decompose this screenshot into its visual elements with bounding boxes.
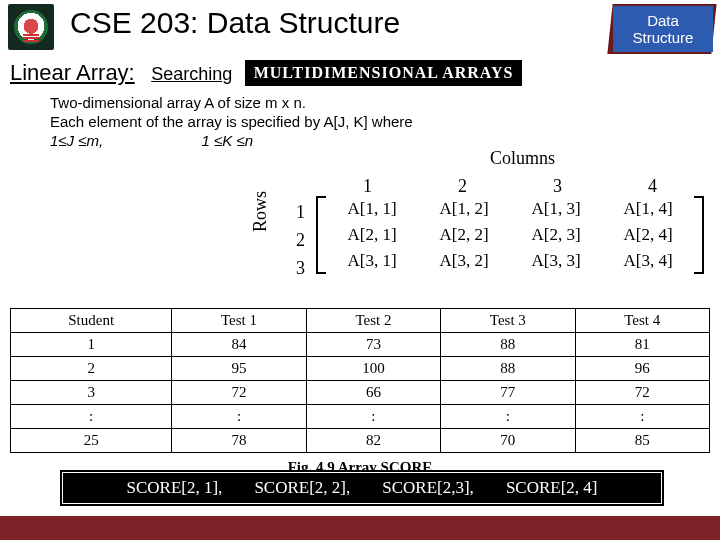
topic-sub: Searching xyxy=(151,64,232,84)
column-numbers: 1234 xyxy=(320,176,700,197)
badge-text: DataStructure xyxy=(633,12,694,47)
rows-label: Rows xyxy=(250,191,271,232)
topic-main: Linear Array: xyxy=(10,60,135,85)
score-table-wrap: StudentTest 1Test 2Test 3Test 4 18473888… xyxy=(10,308,710,476)
course-badge: DataStructure xyxy=(610,4,714,54)
header: CSE 203: Data Structure DataStructure xyxy=(0,0,720,56)
multidimensional-chip: MULTIDIMENSIONAL ARRAYS xyxy=(245,60,523,86)
university-logo xyxy=(8,4,54,50)
body-line-1: Two-dimensional array A of size m x n. xyxy=(50,94,413,113)
row-numbers: 123 xyxy=(296,198,305,282)
slide-title: CSE 203: Data Structure xyxy=(70,6,400,40)
table-row: 2578827085 xyxy=(11,429,710,453)
score-references: SCORE[2, 1], SCORE[2, 2], SCORE[2,3], SC… xyxy=(62,472,662,504)
table-row: 372667772 xyxy=(11,381,710,405)
body-line-3: 1≤J ≤m, 1 ≤K ≤n xyxy=(50,132,413,151)
score-table: StudentTest 1Test 2Test 3Test 4 18473888… xyxy=(10,308,710,453)
table-row: 2951008896 xyxy=(11,357,710,381)
table-row: ::::: xyxy=(11,405,710,429)
columns-label: Columns xyxy=(490,148,555,169)
body-text: Two-dimensional array A of size m x n. E… xyxy=(50,94,413,150)
table-row: 184738881 xyxy=(11,333,710,357)
subheading: Linear Array: Searching MULTIDIMENSIONAL… xyxy=(10,60,522,86)
matrix: A[1, 1]A[1, 2]A[1, 3]A[1, 4] A[2, 1]A[2,… xyxy=(316,196,704,274)
body-line-2: Each element of the array is specified b… xyxy=(50,113,413,132)
footer-bar xyxy=(0,516,720,540)
